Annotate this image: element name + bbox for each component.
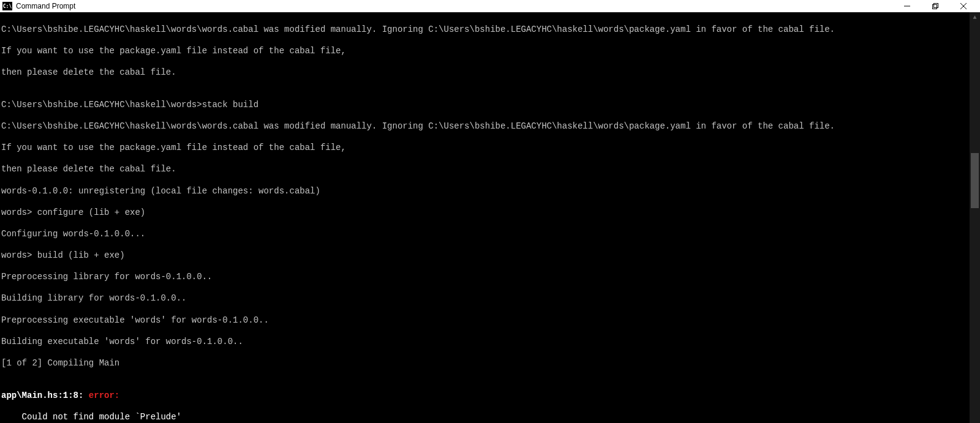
output-line: C:\Users\bshibe.LEGACYHC\haskell\words\w… xyxy=(1,121,980,132)
output-line: If you want to use the package.yaml file… xyxy=(1,46,980,57)
output-line: then please delete the cabal file. xyxy=(1,67,980,78)
svg-rect-1 xyxy=(933,5,937,9)
minimize-button[interactable] xyxy=(893,0,921,12)
output-line: words> build (lib + exe) xyxy=(1,250,980,261)
output-line: Building library for words-0.1.0.0.. xyxy=(1,293,980,304)
output-line: Building executable 'words' for words-0.… xyxy=(1,337,980,348)
error-location: app\Main.hs:1:8: error: xyxy=(1,391,980,402)
error-message: Could not find module `Prelude' xyxy=(1,412,980,423)
output-line: Preprocessing executable 'words' for wor… xyxy=(1,315,980,326)
output-line: then please delete the cabal file. xyxy=(1,164,980,175)
output-line: words> configure (lib + exe) xyxy=(1,208,980,219)
output-line: [1 of 2] Compiling Main xyxy=(1,358,980,369)
output-line: Preprocessing library for words-0.1.0.0.… xyxy=(1,272,980,283)
prompt-line: C:\Users\bshibe.LEGACYHC\haskell\words>s… xyxy=(1,100,980,111)
output-line: C:\Users\bshibe.LEGACYHC\haskell\words\w… xyxy=(1,24,980,36)
scrollbar-thumb[interactable] xyxy=(971,153,979,208)
terminal-output[interactable]: C:\Users\bshibe.LEGACYHC\haskell\words\w… xyxy=(0,12,980,423)
maximize-button[interactable] xyxy=(921,0,949,12)
window-title: Command Prompt xyxy=(16,2,893,10)
output-line: If you want to use the package.yaml file… xyxy=(1,143,980,154)
output-line: words-0.1.0.0: unregistering (local file… xyxy=(1,186,980,197)
close-button[interactable] xyxy=(949,0,978,12)
scrollbar-up-arrow[interactable]: ▲ xyxy=(970,12,980,23)
app-icon: C:\ xyxy=(2,2,12,10)
window-titlebar: C:\ Command Prompt xyxy=(0,0,980,12)
svg-rect-2 xyxy=(934,4,938,8)
window-controls xyxy=(893,0,978,12)
vertical-scrollbar[interactable]: ▲ xyxy=(970,12,980,423)
output-line: Configuring words-0.1.0.0... xyxy=(1,229,980,240)
